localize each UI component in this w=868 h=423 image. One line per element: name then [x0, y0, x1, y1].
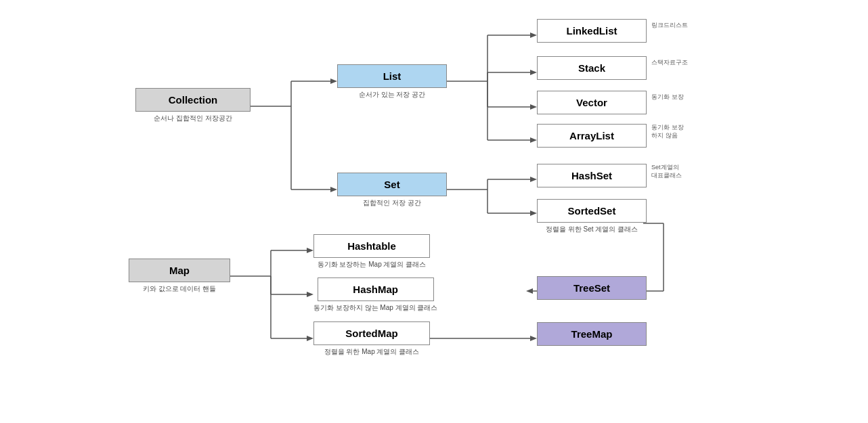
sortedmap-label: SortedMap	[345, 328, 398, 339]
sortedset-box: SortedSet	[537, 199, 647, 223]
linkedlist-box: LinkedList	[537, 19, 647, 43]
svg-marker-40	[307, 336, 313, 341]
set-sublabel: 집합적인 저장 공간	[363, 198, 421, 208]
hashset-side-label: Set계열의대표클래스	[651, 164, 682, 179]
hashtable-node: Hashtable 동기화 보장하는 Map 계열의 클래스	[313, 234, 430, 269]
hashset-label: HashSet	[571, 170, 612, 181]
arraylist-label: ArrayList	[569, 130, 614, 141]
hashtable-sublabel: 동기화 보장하는 Map 계열의 클래스	[318, 260, 427, 269]
treeset-label: TreeSet	[573, 282, 610, 294]
vector-label: Vector	[576, 97, 607, 108]
svg-marker-6	[330, 187, 337, 192]
svg-marker-23	[530, 177, 537, 182]
vector-box: Vector	[537, 91, 647, 114]
treeset-node: TreeSet	[537, 276, 647, 300]
vector-node: Vector	[537, 91, 647, 114]
treemap-box: TreeMap	[537, 322, 647, 346]
sortedset-label: SortedSet	[568, 205, 616, 217]
svg-marker-26	[530, 210, 537, 216]
map-label: Map	[169, 265, 190, 276]
svg-marker-10	[530, 32, 537, 38]
sortedmap-sublabel: 정렬을 위한 Map 계열의 클래스	[324, 347, 420, 357]
stack-box: Stack	[537, 56, 647, 80]
linkedlist-node: LinkedList	[537, 19, 647, 43]
list-node: List 순서가 있는 저장 공간	[337, 64, 447, 99]
map-node: Map 키와 값으로 데이터 핸들	[129, 259, 230, 294]
connector-lines	[0, 0, 868, 423]
stack-side-label: 스택자료구조	[651, 59, 688, 67]
list-sublabel: 순서가 있는 저장 공간	[359, 90, 425, 99]
linkedlist-side-label: 링크드리스트	[651, 22, 688, 30]
diagram: Collection 순서나 집합적인 저장공간 List 순서가 있는 저장 …	[0, 0, 868, 423]
collection-box: Collection	[135, 88, 251, 112]
stack-label: Stack	[578, 62, 605, 74]
stack-node: Stack	[537, 56, 647, 80]
sortedset-node: SortedSet 정렬을 위한 Set 계열의 클래스	[537, 199, 647, 234]
hashtable-label: Hashtable	[347, 240, 396, 252]
hashset-node: HashSet	[537, 164, 647, 187]
arraylist-node: ArrayList	[537, 124, 647, 148]
list-box: List	[337, 64, 447, 88]
hashmap-node: HashMap 동기화 보장하지 않는 Map 계열의 클래스	[313, 277, 437, 313]
hashmap-label: HashMap	[353, 284, 398, 295]
svg-marker-19	[530, 137, 537, 143]
sortedmap-node: SortedMap 정렬을 위한 Map 계열의 클래스	[313, 321, 430, 357]
hashtable-box: Hashtable	[313, 234, 430, 258]
svg-marker-43	[530, 336, 537, 341]
collection-sublabel: 순서나 집합적인 저장공간	[154, 114, 232, 123]
sortedmap-box: SortedMap	[313, 321, 430, 345]
map-box: Map	[129, 259, 230, 282]
collection-label: Collection	[169, 94, 218, 106]
arraylist-box: ArrayList	[537, 124, 647, 148]
svg-marker-3	[330, 79, 337, 84]
svg-marker-34	[307, 248, 313, 253]
linkedlist-label: LinkedList	[566, 25, 617, 37]
treeset-box: TreeSet	[537, 276, 647, 300]
treemap-label: TreeMap	[571, 328, 613, 340]
hashmap-sublabel: 동기화 보장하지 않는 Map 계열의 클래스	[313, 303, 437, 313]
hashset-box: HashSet	[537, 164, 647, 187]
map-sublabel: 키와 값으로 데이터 핸들	[143, 284, 216, 294]
svg-marker-16	[530, 104, 537, 110]
set-node: Set 집합적인 저장 공간	[337, 173, 447, 208]
arraylist-side-label: 동기화 보장하지 않음	[651, 124, 684, 139]
list-label: List	[383, 70, 402, 82]
treemap-node: TreeMap	[537, 322, 647, 346]
hashmap-box: HashMap	[318, 277, 434, 301]
set-box: Set	[337, 173, 447, 196]
svg-marker-13	[530, 70, 537, 75]
svg-marker-30	[526, 288, 533, 294]
set-label: Set	[384, 179, 399, 190]
collection-node: Collection 순서나 집합적인 저장공간	[135, 88, 251, 123]
svg-marker-37	[307, 292, 313, 297]
vector-side-label: 동기화 보장	[651, 93, 684, 102]
sortedset-sublabel: 정렬을 위한 Set 계열의 클래스	[546, 225, 638, 234]
